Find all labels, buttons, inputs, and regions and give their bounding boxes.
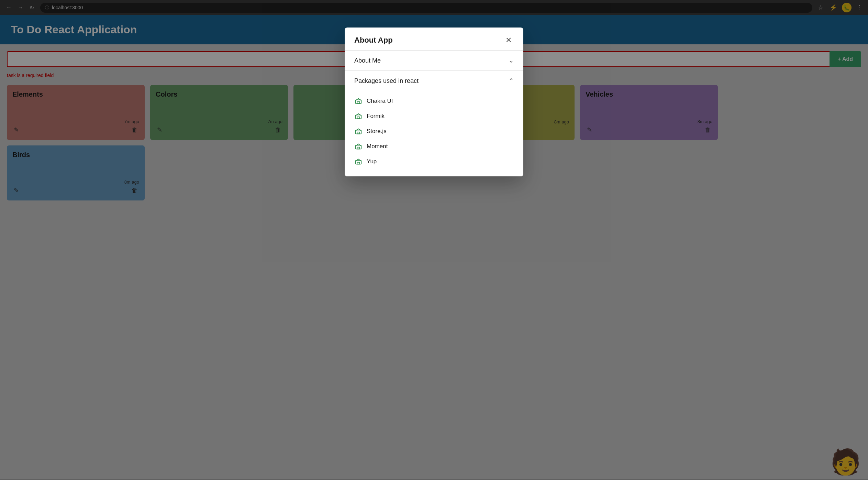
package-item-formik: Formik bbox=[354, 109, 514, 124]
svg-rect-5 bbox=[357, 132, 359, 134]
accordion-label-packages: Packages used in react bbox=[354, 77, 419, 85]
package-item-chakra: Chakra UI bbox=[354, 94, 514, 109]
modal-body: About Me ⌄ Packages used in react ⌃ bbox=[345, 51, 523, 176]
accordion-packages: Packages used in react ⌃ Chakra UI bbox=[345, 71, 523, 176]
package-icon-chakra bbox=[354, 97, 363, 105]
chevron-packages: ⌃ bbox=[509, 77, 514, 85]
package-name-storejs: Store.js bbox=[367, 128, 387, 135]
package-item-moment: Moment bbox=[354, 139, 514, 154]
package-name-moment: Moment bbox=[367, 143, 388, 150]
package-icon-moment bbox=[354, 142, 363, 151]
package-item-storejs: Store.js bbox=[354, 124, 514, 139]
svg-rect-9 bbox=[357, 162, 359, 164]
package-icon-storejs bbox=[354, 127, 363, 135]
accordion-label-about-me: About Me bbox=[354, 57, 381, 64]
modal-header: About App ✕ bbox=[345, 28, 523, 51]
package-name-chakra: Chakra UI bbox=[367, 98, 393, 105]
svg-rect-7 bbox=[357, 147, 359, 149]
about-app-modal: About App ✕ About Me ⌄ Packages used in … bbox=[345, 28, 523, 176]
svg-rect-1 bbox=[357, 102, 359, 104]
modal-title: About App bbox=[354, 36, 393, 45]
package-icon-yup bbox=[354, 157, 363, 166]
accordion-header-about-me[interactable]: About Me ⌄ bbox=[345, 51, 523, 70]
svg-rect-3 bbox=[357, 117, 359, 119]
package-name-yup: Yup bbox=[367, 158, 377, 165]
package-name-formik: Formik bbox=[367, 113, 385, 120]
chevron-about-me: ⌄ bbox=[509, 57, 514, 64]
package-icon-formik bbox=[354, 112, 363, 120]
accordion-content-packages: Chakra UI Formik bbox=[345, 91, 523, 176]
accordion-header-packages[interactable]: Packages used in react ⌃ bbox=[345, 71, 523, 91]
modal-overlay: About App ✕ About Me ⌄ Packages used in … bbox=[0, 0, 868, 480]
modal-close-button[interactable]: ✕ bbox=[503, 36, 514, 45]
accordion-about-me: About Me ⌄ bbox=[345, 51, 523, 71]
package-item-yup: Yup bbox=[354, 154, 514, 169]
